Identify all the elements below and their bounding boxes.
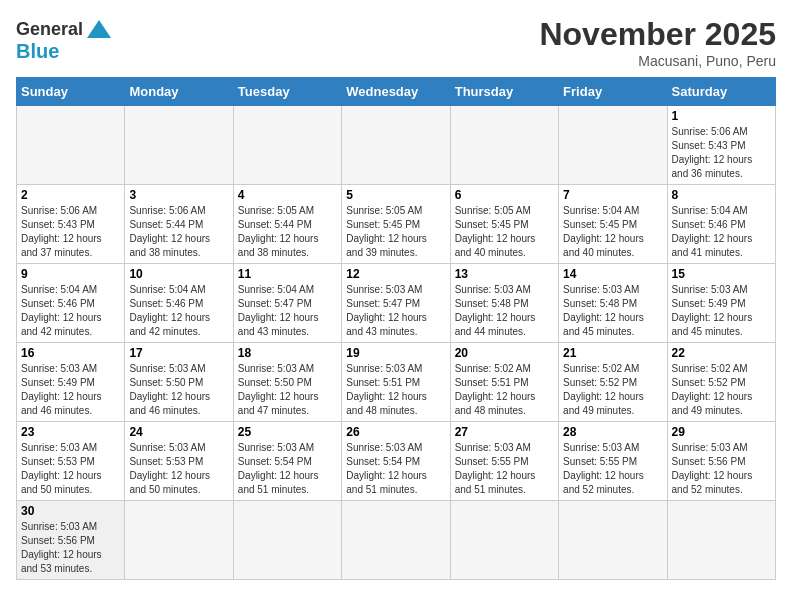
calendar-cell (559, 501, 667, 580)
day-number: 22 (672, 346, 771, 360)
calendar-cell: 13Sunrise: 5:03 AM Sunset: 5:48 PM Dayli… (450, 264, 558, 343)
day-number: 8 (672, 188, 771, 202)
calendar-cell: 30Sunrise: 5:03 AM Sunset: 5:56 PM Dayli… (17, 501, 125, 580)
calendar-cell: 23Sunrise: 5:03 AM Sunset: 5:53 PM Dayli… (17, 422, 125, 501)
logo-icon (85, 16, 113, 44)
weekday-header-friday: Friday (559, 78, 667, 106)
calendar-cell: 25Sunrise: 5:03 AM Sunset: 5:54 PM Dayli… (233, 422, 341, 501)
week-row-1: 1Sunrise: 5:06 AM Sunset: 5:43 PM Daylig… (17, 106, 776, 185)
day-number: 7 (563, 188, 662, 202)
day-number: 24 (129, 425, 228, 439)
day-info: Sunrise: 5:02 AM Sunset: 5:52 PM Dayligh… (672, 362, 771, 418)
calendar-cell: 20Sunrise: 5:02 AM Sunset: 5:51 PM Dayli… (450, 343, 558, 422)
calendar-cell: 28Sunrise: 5:03 AM Sunset: 5:55 PM Dayli… (559, 422, 667, 501)
calendar-cell: 11Sunrise: 5:04 AM Sunset: 5:47 PM Dayli… (233, 264, 341, 343)
calendar-cell: 4Sunrise: 5:05 AM Sunset: 5:44 PM Daylig… (233, 185, 341, 264)
day-info: Sunrise: 5:03 AM Sunset: 5:47 PM Dayligh… (346, 283, 445, 339)
day-number: 19 (346, 346, 445, 360)
calendar-cell: 26Sunrise: 5:03 AM Sunset: 5:54 PM Dayli… (342, 422, 450, 501)
day-info: Sunrise: 5:03 AM Sunset: 5:56 PM Dayligh… (672, 441, 771, 497)
day-number: 13 (455, 267, 554, 281)
calendar-cell: 15Sunrise: 5:03 AM Sunset: 5:49 PM Dayli… (667, 264, 775, 343)
calendar-cell: 5Sunrise: 5:05 AM Sunset: 5:45 PM Daylig… (342, 185, 450, 264)
calendar-cell (125, 106, 233, 185)
day-info: Sunrise: 5:03 AM Sunset: 5:54 PM Dayligh… (238, 441, 337, 497)
weekday-header-thursday: Thursday (450, 78, 558, 106)
calendar-cell: 1Sunrise: 5:06 AM Sunset: 5:43 PM Daylig… (667, 106, 775, 185)
day-number: 20 (455, 346, 554, 360)
location: Macusani, Puno, Peru (539, 53, 776, 69)
day-info: Sunrise: 5:03 AM Sunset: 5:53 PM Dayligh… (129, 441, 228, 497)
day-info: Sunrise: 5:03 AM Sunset: 5:49 PM Dayligh… (672, 283, 771, 339)
title-area: November 2025 Macusani, Puno, Peru (539, 16, 776, 69)
calendar-cell: 2Sunrise: 5:06 AM Sunset: 5:43 PM Daylig… (17, 185, 125, 264)
day-info: Sunrise: 5:06 AM Sunset: 5:44 PM Dayligh… (129, 204, 228, 260)
day-info: Sunrise: 5:06 AM Sunset: 5:43 PM Dayligh… (672, 125, 771, 181)
day-info: Sunrise: 5:03 AM Sunset: 5:54 PM Dayligh… (346, 441, 445, 497)
calendar-cell: 12Sunrise: 5:03 AM Sunset: 5:47 PM Dayli… (342, 264, 450, 343)
day-number: 5 (346, 188, 445, 202)
calendar-cell: 14Sunrise: 5:03 AM Sunset: 5:48 PM Dayli… (559, 264, 667, 343)
day-number: 23 (21, 425, 120, 439)
day-info: Sunrise: 5:03 AM Sunset: 5:55 PM Dayligh… (563, 441, 662, 497)
day-number: 26 (346, 425, 445, 439)
day-number: 29 (672, 425, 771, 439)
day-info: Sunrise: 5:04 AM Sunset: 5:45 PM Dayligh… (563, 204, 662, 260)
calendar-cell: 8Sunrise: 5:04 AM Sunset: 5:46 PM Daylig… (667, 185, 775, 264)
weekday-header-wednesday: Wednesday (342, 78, 450, 106)
calendar-cell: 6Sunrise: 5:05 AM Sunset: 5:45 PM Daylig… (450, 185, 558, 264)
calendar-cell: 19Sunrise: 5:03 AM Sunset: 5:51 PM Dayli… (342, 343, 450, 422)
weekday-header-tuesday: Tuesday (233, 78, 341, 106)
day-number: 1 (672, 109, 771, 123)
day-number: 11 (238, 267, 337, 281)
logo: General Blue (16, 16, 113, 62)
day-number: 17 (129, 346, 228, 360)
day-number: 15 (672, 267, 771, 281)
day-number: 12 (346, 267, 445, 281)
calendar-cell: 18Sunrise: 5:03 AM Sunset: 5:50 PM Dayli… (233, 343, 341, 422)
day-number: 4 (238, 188, 337, 202)
calendar-cell: 9Sunrise: 5:04 AM Sunset: 5:46 PM Daylig… (17, 264, 125, 343)
calendar-cell (125, 501, 233, 580)
calendar-cell (233, 501, 341, 580)
week-row-4: 16Sunrise: 5:03 AM Sunset: 5:49 PM Dayli… (17, 343, 776, 422)
calendar-cell (17, 106, 125, 185)
day-info: Sunrise: 5:04 AM Sunset: 5:46 PM Dayligh… (21, 283, 120, 339)
weekday-header-monday: Monday (125, 78, 233, 106)
day-info: Sunrise: 5:03 AM Sunset: 5:56 PM Dayligh… (21, 520, 120, 576)
day-info: Sunrise: 5:05 AM Sunset: 5:44 PM Dayligh… (238, 204, 337, 260)
calendar-cell (667, 501, 775, 580)
day-number: 14 (563, 267, 662, 281)
calendar-cell (342, 106, 450, 185)
logo-text: General (16, 20, 83, 40)
day-number: 3 (129, 188, 228, 202)
day-number: 28 (563, 425, 662, 439)
weekday-header-row: SundayMondayTuesdayWednesdayThursdayFrid… (17, 78, 776, 106)
day-number: 6 (455, 188, 554, 202)
week-row-5: 23Sunrise: 5:03 AM Sunset: 5:53 PM Dayli… (17, 422, 776, 501)
week-row-3: 9Sunrise: 5:04 AM Sunset: 5:46 PM Daylig… (17, 264, 776, 343)
day-info: Sunrise: 5:05 AM Sunset: 5:45 PM Dayligh… (346, 204, 445, 260)
month-title: November 2025 (539, 16, 776, 53)
day-info: Sunrise: 5:03 AM Sunset: 5:55 PM Dayligh… (455, 441, 554, 497)
calendar-cell: 16Sunrise: 5:03 AM Sunset: 5:49 PM Dayli… (17, 343, 125, 422)
weekday-header-saturday: Saturday (667, 78, 775, 106)
day-number: 25 (238, 425, 337, 439)
week-row-6: 30Sunrise: 5:03 AM Sunset: 5:56 PM Dayli… (17, 501, 776, 580)
day-number: 10 (129, 267, 228, 281)
calendar-cell (450, 106, 558, 185)
calendar-cell (559, 106, 667, 185)
calendar-cell: 3Sunrise: 5:06 AM Sunset: 5:44 PM Daylig… (125, 185, 233, 264)
calendar-cell: 27Sunrise: 5:03 AM Sunset: 5:55 PM Dayli… (450, 422, 558, 501)
day-info: Sunrise: 5:02 AM Sunset: 5:52 PM Dayligh… (563, 362, 662, 418)
day-info: Sunrise: 5:03 AM Sunset: 5:48 PM Dayligh… (563, 283, 662, 339)
day-info: Sunrise: 5:04 AM Sunset: 5:47 PM Dayligh… (238, 283, 337, 339)
calendar-cell: 24Sunrise: 5:03 AM Sunset: 5:53 PM Dayli… (125, 422, 233, 501)
day-number: 27 (455, 425, 554, 439)
day-info: Sunrise: 5:03 AM Sunset: 5:48 PM Dayligh… (455, 283, 554, 339)
day-info: Sunrise: 5:06 AM Sunset: 5:43 PM Dayligh… (21, 204, 120, 260)
day-info: Sunrise: 5:03 AM Sunset: 5:49 PM Dayligh… (21, 362, 120, 418)
calendar-cell: 7Sunrise: 5:04 AM Sunset: 5:45 PM Daylig… (559, 185, 667, 264)
calendar-cell: 17Sunrise: 5:03 AM Sunset: 5:50 PM Dayli… (125, 343, 233, 422)
weekday-header-sunday: Sunday (17, 78, 125, 106)
